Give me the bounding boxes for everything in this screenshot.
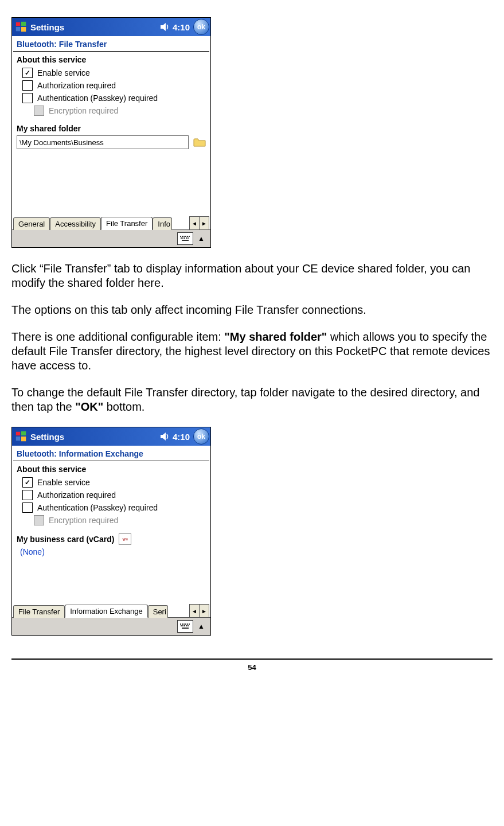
checkbox-icon[interactable] (22, 502, 33, 513)
option-label: Authentication (Passkey) required (37, 503, 158, 512)
option-label: Encryption required (49, 516, 118, 525)
tab-scroll: ◄ ► (189, 604, 209, 617)
option-label: Enable service (37, 68, 90, 77)
ok-button[interactable]: ok (193, 19, 209, 35)
clock-text: 4:10 (173, 432, 190, 442)
svg-rect-24 (180, 624, 181, 625)
svg-rect-19 (21, 431, 26, 435)
svg-marker-22 (161, 433, 166, 441)
svg-rect-28 (187, 624, 188, 625)
window-title: Settings (30, 22, 160, 32)
svg-rect-8 (183, 236, 185, 237)
tab-serial[interactable]: Seri (148, 605, 168, 618)
svg-rect-12 (181, 237, 182, 239)
spacer (12, 556, 210, 602)
svg-rect-10 (187, 236, 188, 237)
tab-file-transfer[interactable]: File Transfer (101, 217, 153, 230)
window-title: Settings (30, 432, 160, 442)
screenshot-information-exchange: Settings 4:10 ok Bluetooth: Information … (11, 427, 211, 636)
speaker-icon[interactable] (160, 432, 170, 441)
vcard-row: My business card (vCard) V≡ (12, 530, 210, 545)
options-group: Enable service Authorization required Au… (12, 68, 210, 120)
svg-rect-31 (182, 625, 183, 626)
checkbox-icon[interactable] (22, 490, 33, 500)
svg-rect-20 (16, 437, 20, 441)
clock-text: 4:10 (173, 22, 190, 32)
tab-scroll-right-icon[interactable]: ► (199, 605, 209, 617)
svg-rect-29 (189, 624, 190, 625)
option-encryption-required: Encryption required (34, 515, 206, 525)
checkbox-checked-icon[interactable] (22, 477, 33, 488)
tab-scroll-right-icon[interactable]: ► (199, 217, 209, 229)
section-vcard-title: My business card (vCard) (17, 535, 114, 544)
folder-icon[interactable] (193, 137, 206, 147)
option-label: Encryption required (49, 106, 118, 115)
start-icon[interactable] (14, 430, 28, 443)
text-bold: "OK" (75, 400, 103, 413)
speaker-icon[interactable] (160, 22, 170, 32)
page-number: 54 (248, 663, 256, 672)
vcard-icon[interactable]: V≡ (119, 533, 131, 545)
screen-header: Bluetooth: Information Exchange (12, 446, 210, 461)
page-footer: 54 (11, 659, 493, 672)
svg-rect-7 (182, 236, 183, 237)
svg-rect-26 (183, 624, 185, 625)
section-about-title: About this service (12, 52, 210, 65)
document-body: Click “File Transfer” tab to display inf… (11, 262, 493, 414)
text: bottom. (103, 400, 144, 413)
option-authorization-required[interactable]: Authorization required (22, 80, 206, 91)
checkbox-icon[interactable] (22, 93, 33, 103)
sip-up-icon[interactable]: ▲ (196, 235, 207, 243)
paragraph: To change the default File Transfer dire… (11, 385, 493, 414)
paragraph: There is one additional configurable ite… (11, 330, 493, 373)
tab-scroll-left-icon[interactable]: ◄ (190, 605, 199, 617)
spacer (12, 151, 210, 215)
tab-accessibility[interactable]: Accessibility (50, 217, 101, 230)
screen-header: Bluetooth: File Transfer (12, 36, 210, 51)
option-authentication-required[interactable]: Authentication (Passkey) required (22, 93, 206, 103)
sip-bar: ▲ (12, 229, 210, 247)
keyboard-icon[interactable] (177, 232, 193, 245)
svg-rect-17 (182, 240, 189, 241)
section-about-title: About this service (12, 461, 210, 475)
svg-rect-9 (185, 236, 186, 237)
svg-rect-32 (184, 625, 185, 626)
tab-information-exchange[interactable]: Information Exchange (65, 605, 147, 618)
svg-rect-2 (16, 27, 20, 31)
option-authentication-required[interactable]: Authentication (Passkey) required (22, 502, 206, 513)
tab-general[interactable]: General (13, 217, 50, 230)
sip-up-icon[interactable]: ▲ (196, 622, 207, 630)
text: There is one additional configurable ite… (11, 330, 224, 343)
option-authorization-required[interactable]: Authorization required (22, 490, 206, 500)
window-titlebar: Settings 4:10 ok (12, 427, 210, 446)
checkbox-disabled-icon (34, 515, 44, 525)
vcard-value[interactable]: (None) (12, 545, 210, 556)
tab-scroll-left-icon[interactable]: ◄ (190, 217, 199, 229)
shared-folder-input[interactable]: \My Documents\Business (17, 135, 189, 149)
svg-marker-4 (161, 23, 166, 31)
tab-file-transfer[interactable]: File Transfer (13, 605, 65, 618)
svg-rect-1 (21, 22, 26, 26)
checkbox-checked-icon[interactable] (22, 68, 33, 78)
tab-bar: File Transfer Information Exchange Seri … (12, 602, 210, 617)
ok-button[interactable]: ok (193, 428, 209, 445)
option-label: Authentication (Passkey) required (37, 93, 158, 103)
option-enable-service[interactable]: Enable service (22, 68, 206, 78)
svg-rect-27 (185, 624, 186, 625)
svg-rect-33 (186, 625, 187, 626)
option-label: Authorization required (37, 81, 116, 90)
svg-rect-21 (21, 437, 26, 441)
shared-folder-row: \My Documents\Business (12, 134, 210, 151)
option-enable-service[interactable]: Enable service (22, 477, 206, 488)
checkbox-icon[interactable] (22, 80, 33, 91)
start-icon[interactable] (14, 20, 28, 34)
svg-rect-13 (182, 237, 183, 239)
tab-scroll: ◄ ► (189, 216, 209, 229)
paragraph: The options on this tab only affect inco… (11, 303, 493, 317)
svg-rect-14 (184, 237, 185, 239)
checkbox-disabled-icon (34, 106, 44, 116)
svg-rect-34 (187, 625, 189, 626)
keyboard-icon[interactable] (177, 620, 193, 633)
tab-info[interactable]: Info (153, 217, 172, 230)
window-titlebar: Settings 4:10 ok (12, 18, 210, 36)
